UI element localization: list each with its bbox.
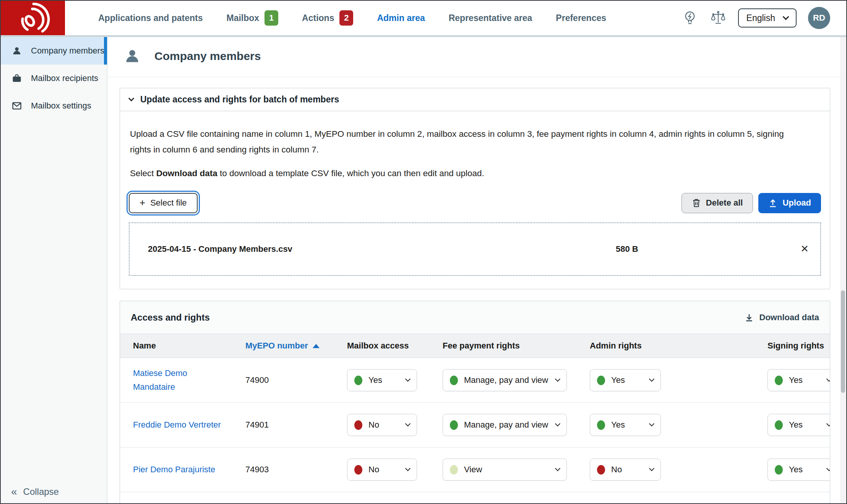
- signing-rights-select[interactable]: Yes: [767, 459, 830, 481]
- status-dot: [597, 420, 605, 430]
- sidebar-item-mailbox-recipients[interactable]: Mailbox recipients: [1, 65, 107, 92]
- signing-rights-select[interactable]: Yes: [767, 369, 830, 391]
- table-row: Pier Demo Parajuriste 74903 No View No: [120, 447, 830, 492]
- page-title: Company members: [154, 50, 261, 63]
- chevron-down-icon: [555, 466, 560, 471]
- nav-label: Admin area: [377, 13, 425, 23]
- access-panel-header: Access and rights Download data: [120, 301, 830, 334]
- column-header-mailbox-access: Mailbox access: [347, 341, 443, 351]
- sidebar-item-company-members[interactable]: Company members: [1, 37, 107, 65]
- chevron-down-icon: [649, 376, 654, 382]
- admin-rights-select[interactable]: Yes: [590, 414, 661, 436]
- chevron-down-icon: [649, 421, 654, 426]
- nav-representative-area[interactable]: Representative area: [437, 13, 544, 23]
- nav-actions[interactable]: Actions 2: [290, 10, 365, 26]
- scrollbar-thumb[interactable]: [841, 290, 845, 393]
- chevron-down-icon: [783, 14, 789, 20]
- page-scrollbar[interactable]: [840, 37, 846, 503]
- nav-admin-area[interactable]: Admin area: [365, 13, 436, 23]
- file-dropzone[interactable]: 2025-04-15 - Company Members.csv 580 B ✕: [129, 222, 821, 276]
- language-select[interactable]: English: [738, 8, 797, 28]
- sidebar-item-mailbox-settings[interactable]: Mailbox settings: [1, 92, 107, 120]
- table-row: Matiese Demo Mandataire 74900 Yes Manage…: [120, 358, 830, 403]
- header-divider: [108, 77, 846, 77]
- mailbox-access-select[interactable]: No: [347, 414, 417, 436]
- chevron-down-icon: [826, 466, 830, 471]
- myepo-number: 74903: [244, 465, 347, 475]
- table-row: Freddie Demo Vertreter 74901 No Manage, …: [120, 403, 830, 447]
- signing-rights-select[interactable]: Yes: [767, 414, 830, 436]
- person-icon: [124, 48, 141, 65]
- member-name-link[interactable]: Pier Demo Parajuriste: [120, 463, 244, 476]
- epo-spiral-icon: [15, 2, 50, 34]
- member-name[interactable]: Freddie Demo Vertreter: [133, 420, 221, 429]
- sidebar-item-label: Mailbox settings: [31, 101, 91, 111]
- actions-count-badge: 2: [339, 10, 353, 26]
- chevron-down-icon: [649, 466, 654, 471]
- nav-label: Applications and patents: [98, 13, 203, 23]
- mailbox-access-select[interactable]: No: [347, 459, 417, 481]
- select-file-button[interactable]: + Select file: [129, 193, 198, 213]
- member-name[interactable]: Pier Demo Parajuriste: [133, 465, 215, 474]
- column-header-myepo-sortable[interactable]: MyEPO number: [244, 341, 347, 351]
- chevron-down-icon: [555, 376, 560, 382]
- batch-update-panel: Update access and rights for batch of me…: [120, 88, 830, 289]
- chevron-down-icon: [128, 96, 135, 102]
- select-value: Yes: [611, 375, 625, 385]
- column-header-admin-rights: Admin rights: [590, 341, 767, 351]
- scales-icon[interactable]: [710, 10, 727, 26]
- status-dot: [597, 465, 605, 475]
- status-dot: [450, 465, 458, 475]
- batch-description: Upload a CSV file containing name in col…: [130, 126, 803, 157]
- main-content: Company members Update access and rights…: [108, 37, 846, 503]
- upload-buttons-group: Delete all Upload: [681, 193, 821, 213]
- status-dot: [775, 376, 783, 385]
- upload-label: Upload: [782, 198, 811, 208]
- mailbox-access-select[interactable]: Yes: [347, 369, 417, 391]
- nav-label: Preferences: [556, 13, 606, 23]
- select-value: Yes: [789, 465, 803, 475]
- member-name-link[interactable]: Matiese Demo Mandataire: [120, 366, 244, 394]
- admin-rights-select[interactable]: Yes: [590, 369, 661, 391]
- delete-all-label: Delete all: [706, 198, 743, 208]
- mailbox-count-badge: 1: [264, 10, 278, 26]
- chevron-down-icon: [405, 376, 411, 382]
- batch-panel-title: Update access and rights for batch of me…: [140, 94, 339, 105]
- remove-file-button[interactable]: ✕: [786, 243, 809, 255]
- chevron-down-icon: [826, 421, 830, 426]
- upload-icon: [768, 198, 777, 208]
- column-header-name: Name: [120, 341, 244, 351]
- select-value: No: [368, 465, 379, 475]
- member-name-link[interactable]: Bas Demo: [120, 492, 244, 503]
- delete-all-button[interactable]: Delete all: [681, 193, 753, 213]
- batch-instruction: Select Download data to download a templ…: [130, 166, 803, 182]
- select-value: Yes: [789, 420, 803, 430]
- upload-button[interactable]: Upload: [758, 193, 821, 213]
- admin-rights-select[interactable]: No: [590, 459, 661, 481]
- member-name-link[interactable]: Freddie Demo Vertreter: [120, 418, 244, 432]
- fee-payment-rights-select[interactable]: Manage, pay and view: [443, 369, 567, 391]
- sidebar-item-label: Mailbox recipients: [31, 73, 98, 83]
- select-value: Yes: [789, 375, 803, 385]
- fee-payment-rights-select[interactable]: Manage, pay and view: [443, 414, 567, 436]
- select-value: No: [368, 420, 379, 430]
- column-header-fee-payment-rights: Fee payment rights: [443, 341, 590, 351]
- myepo-number: 74900: [244, 375, 347, 385]
- status-dot: [354, 376, 362, 385]
- member-name[interactable]: Matiese Demo Mandataire: [133, 368, 187, 392]
- sidebar-collapse-button[interactable]: « Collapse: [11, 486, 59, 497]
- member-name[interactable]: Bas Demo: [133, 502, 172, 503]
- nav-applications-and-patents[interactable]: Applications and patents: [86, 13, 214, 23]
- nav-preferences[interactable]: Preferences: [544, 13, 618, 23]
- user-avatar[interactable]: RD: [808, 7, 830, 29]
- lightbulb-icon[interactable]: [681, 10, 698, 26]
- epo-logo[interactable]: [1, 1, 65, 35]
- batch-panel-toggle[interactable]: Update access and rights for batch of me…: [120, 88, 830, 111]
- nav-mailbox[interactable]: Mailbox 1: [214, 10, 290, 26]
- fee-payment-rights-select[interactable]: View: [443, 459, 567, 481]
- myepo-number: 74901: [244, 420, 347, 430]
- select-value: View: [464, 465, 482, 475]
- person-icon: [11, 45, 23, 57]
- download-data-link[interactable]: Download data: [745, 313, 819, 322]
- download-data-label: Download data: [759, 313, 819, 322]
